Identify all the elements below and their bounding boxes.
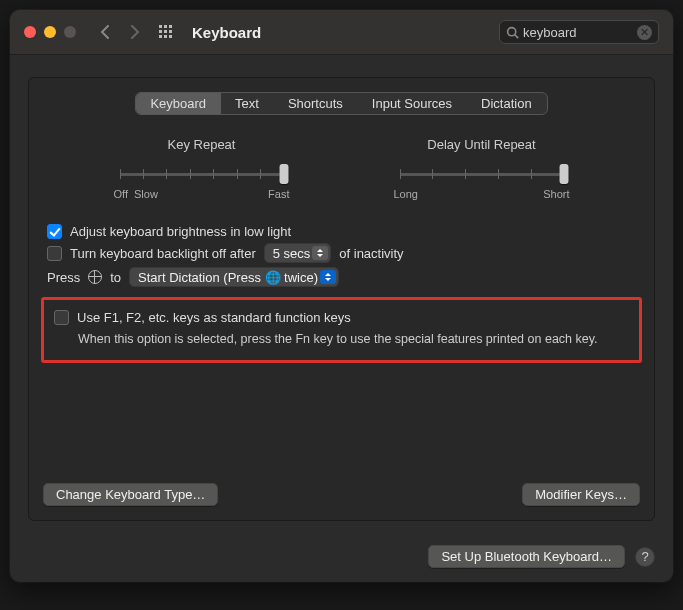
svg-point-9 xyxy=(508,27,516,35)
key-repeat-slider[interactable]: Key Repeat Off Slow Fast xyxy=(112,137,292,200)
delay-until-repeat-label: Delay Until Repeat xyxy=(392,137,572,152)
modifier-keys-button[interactable]: Modifier Keys… xyxy=(522,483,640,506)
brightness-low-light-checkbox[interactable] xyxy=(47,224,62,239)
svg-line-10 xyxy=(515,34,518,37)
tab-input-sources[interactable]: Input Sources xyxy=(358,93,467,114)
help-button[interactable]: ? xyxy=(635,547,655,567)
key-repeat-slow-label: Slow xyxy=(128,188,268,200)
minimize-window-button[interactable] xyxy=(44,26,56,38)
press-globe-row: Press to Start Dictation (Press 🌐 twice) xyxy=(47,267,640,287)
zoom-window-button[interactable] xyxy=(64,26,76,38)
delay-until-repeat-slider[interactable]: Delay Until Repeat Long Short xyxy=(392,137,572,200)
svg-rect-8 xyxy=(169,35,172,38)
search-field[interactable]: ✕ xyxy=(499,20,659,44)
svg-rect-0 xyxy=(159,25,162,28)
chevron-updown-icon xyxy=(312,246,328,260)
key-repeat-fast-label: Fast xyxy=(268,188,289,200)
slider-thumb[interactable] xyxy=(559,164,568,184)
search-icon xyxy=(506,26,519,39)
fn-keys-label: Use F1, F2, etc. keys as standard functi… xyxy=(77,310,351,325)
backlight-off-duration-popup[interactable]: 5 secs xyxy=(264,243,332,263)
key-repeat-off-label: Off xyxy=(114,188,128,200)
press-globe-mid: to xyxy=(110,270,121,285)
clear-search-button[interactable]: ✕ xyxy=(637,25,652,40)
keyboard-panel: KeyboardTextShortcutsInput SourcesDictat… xyxy=(28,77,655,521)
slider-thumb[interactable] xyxy=(279,164,288,184)
globe-icon xyxy=(88,270,102,284)
backlight-off-suffix: of inactivity xyxy=(339,246,403,261)
svg-rect-6 xyxy=(159,35,162,38)
svg-rect-2 xyxy=(169,25,172,28)
window-controls xyxy=(24,26,76,38)
setup-bluetooth-keyboard-button[interactable]: Set Up Bluetooth Keyboard… xyxy=(428,545,625,568)
backlight-off-prefix: Turn keyboard backlight off after xyxy=(70,246,256,261)
key-repeat-label: Key Repeat xyxy=(112,137,292,152)
preferences-window: Keyboard ✕ KeyboardTextShortcutsInput So… xyxy=(10,10,673,582)
fn-keys-row[interactable]: Use F1, F2, etc. keys as standard functi… xyxy=(54,310,629,325)
fn-keys-highlight: Use F1, F2, etc. keys as standard functi… xyxy=(41,297,642,363)
svg-rect-3 xyxy=(159,30,162,33)
back-button[interactable] xyxy=(94,21,116,43)
search-input[interactable] xyxy=(519,24,637,41)
press-globe-prefix: Press xyxy=(47,270,80,285)
tab-text[interactable]: Text xyxy=(221,93,274,114)
forward-button[interactable] xyxy=(124,21,146,43)
fn-keys-hint: When this option is selected, press the … xyxy=(78,331,629,348)
close-window-button[interactable] xyxy=(24,26,36,38)
fn-keys-checkbox[interactable] xyxy=(54,310,69,325)
delay-short-label: Short xyxy=(543,188,569,200)
svg-rect-1 xyxy=(164,25,167,28)
tab-keyboard[interactable]: Keyboard xyxy=(136,93,221,114)
delay-long-label: Long xyxy=(394,188,418,200)
backlight-off-checkbox[interactable] xyxy=(47,246,62,261)
tab-dictation[interactable]: Dictation xyxy=(467,93,547,114)
window-title: Keyboard xyxy=(192,24,261,41)
show-all-prefs-button[interactable] xyxy=(154,20,178,44)
chevron-updown-icon xyxy=(320,270,336,284)
change-keyboard-type-button[interactable]: Change Keyboard Type… xyxy=(43,483,218,506)
titlebar: Keyboard ✕ xyxy=(10,10,673,55)
brightness-low-light-label: Adjust keyboard brightness in low light xyxy=(70,224,291,239)
tab-shortcuts[interactable]: Shortcuts xyxy=(274,93,358,114)
press-globe-popup[interactable]: Start Dictation (Press 🌐 twice) xyxy=(129,267,339,287)
brightness-low-light-row[interactable]: Adjust keyboard brightness in low light xyxy=(47,224,640,239)
tab-bar: KeyboardTextShortcutsInput SourcesDictat… xyxy=(135,92,547,115)
svg-rect-5 xyxy=(169,30,172,33)
svg-rect-7 xyxy=(164,35,167,38)
backlight-off-row[interactable]: Turn keyboard backlight off after 5 secs… xyxy=(47,243,640,263)
svg-rect-4 xyxy=(164,30,167,33)
